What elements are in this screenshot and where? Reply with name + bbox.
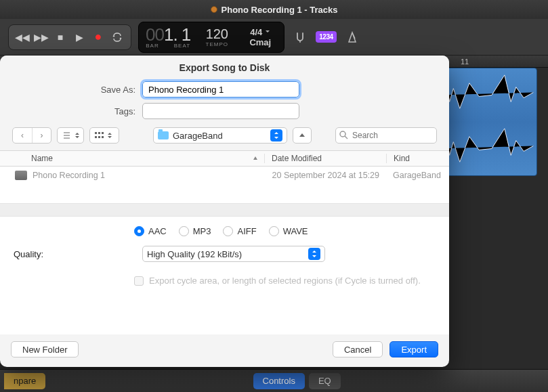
format-aiff[interactable]: AIFF bbox=[223, 226, 256, 236]
format-wave[interactable]: WAVE bbox=[269, 226, 308, 236]
fast-forward-button[interactable]: ▶▶ bbox=[33, 29, 49, 45]
quality-label: Quality: bbox=[14, 249, 54, 259]
file-kind: GarageBand bbox=[386, 171, 449, 180]
format-radio-group: AAC MP3 AIFF WAVE bbox=[134, 226, 436, 236]
search-icon bbox=[339, 131, 348, 139]
new-folder-button[interactable]: New Folder bbox=[11, 341, 79, 357]
location-label: GarageBand bbox=[173, 131, 266, 141]
bar-dim: 00 bbox=[146, 26, 164, 43]
format-aac[interactable]: AAC bbox=[134, 226, 167, 236]
column-date[interactable]: Date Modified bbox=[264, 154, 386, 163]
nav-back-button[interactable]: ‹ bbox=[13, 128, 32, 143]
editor-bottom-bar: npare Controls EQ bbox=[0, 369, 548, 392]
dialog-footer: New Folder Cancel Export bbox=[0, 334, 449, 367]
tags-label: Tags: bbox=[14, 106, 135, 116]
export-button[interactable]: Export bbox=[389, 341, 438, 357]
play-button[interactable]: ▶ bbox=[71, 29, 87, 45]
beat-label: BEAT bbox=[174, 43, 190, 49]
radio-icon bbox=[269, 226, 279, 236]
radio-icon bbox=[179, 226, 189, 236]
chevron-up-icon bbox=[299, 132, 305, 139]
nav-back-forward: ‹ › bbox=[12, 127, 51, 144]
chevron-updown-icon bbox=[75, 133, 79, 138]
project-icon bbox=[15, 171, 27, 180]
file-list: Phono Recording 1 20 September 2024 at 1… bbox=[0, 167, 449, 203]
window-titlebar: Phono Recording 1 - Tracks bbox=[0, 0, 548, 19]
folder-icon bbox=[158, 131, 169, 139]
grid-icon bbox=[94, 131, 104, 139]
waveform-icon bbox=[434, 68, 536, 175]
export-options: AAC MP3 AIFF WAVE Quality: High Quality … bbox=[0, 217, 449, 334]
export-cycle-option: Export cycle area, or length of selected… bbox=[134, 276, 436, 286]
save-as-label: Save As: bbox=[14, 85, 135, 95]
count-in-badge[interactable]: 1234 bbox=[316, 31, 336, 43]
tempo-value: 120 bbox=[206, 26, 228, 42]
export-dialog: Export Song to Disk Save As: Tags: ‹ › G… bbox=[0, 56, 449, 367]
metronome-icon[interactable] bbox=[343, 28, 361, 46]
location-dropdown[interactable]: GarageBand bbox=[153, 127, 287, 144]
dialog-title: Export Song to Disk bbox=[0, 56, 449, 79]
view-list-toggle[interactable] bbox=[57, 127, 84, 144]
svg-point-0 bbox=[340, 131, 345, 137]
cycle-icon bbox=[112, 32, 123, 43]
quality-dropdown[interactable]: High Quality (192 kBit/s) bbox=[142, 246, 325, 262]
transport-toolbar: ◀◀ ▶▶ ■ ▶ ● 001. 1 BAR BEAT 120 TEMPO 4/… bbox=[0, 19, 548, 56]
tags-input[interactable] bbox=[142, 103, 299, 119]
transport-controls: ◀◀ ▶▶ ■ ▶ ● bbox=[8, 24, 131, 50]
controls-tab[interactable]: Controls bbox=[253, 373, 305, 389]
search-field[interactable] bbox=[335, 127, 437, 144]
radio-selected-icon bbox=[134, 226, 144, 236]
eq-tab[interactable]: EQ bbox=[309, 373, 341, 389]
up-folder-button[interactable] bbox=[293, 127, 312, 144]
list-icon bbox=[62, 131, 71, 139]
compare-button[interactable]: npare bbox=[4, 373, 45, 389]
radio-icon bbox=[223, 226, 233, 236]
save-as-input[interactable] bbox=[142, 81, 299, 97]
bar-value: 1 bbox=[164, 26, 173, 43]
search-input[interactable] bbox=[335, 127, 437, 144]
file-row[interactable]: Phono Recording 1 20 September 2024 at 1… bbox=[0, 167, 449, 184]
rewind-button[interactable]: ◀◀ bbox=[14, 29, 30, 45]
sort-asc-icon bbox=[252, 155, 259, 162]
tuning-fork-icon[interactable] bbox=[291, 28, 309, 46]
window-title: Phono Recording 1 - Tracks bbox=[222, 5, 338, 15]
chevron-updown-icon bbox=[108, 133, 112, 138]
dropdown-caret-icon bbox=[308, 248, 320, 260]
cancel-button[interactable]: Cancel bbox=[333, 341, 383, 357]
column-kind[interactable]: Kind bbox=[386, 154, 449, 163]
file-name: Phono Recording 1 bbox=[33, 171, 105, 180]
stop-button[interactable]: ■ bbox=[52, 29, 68, 45]
checkbox-disabled-icon bbox=[134, 276, 144, 286]
lcd-display[interactable]: 001. 1 BAR BEAT 120 TEMPO 4/4 Cmaj bbox=[138, 22, 284, 53]
format-mp3[interactable]: MP3 bbox=[179, 226, 211, 236]
list-divider bbox=[0, 203, 449, 217]
cycle-text: Export cycle area, or length of selected… bbox=[149, 276, 421, 286]
column-name[interactable]: Name bbox=[0, 154, 264, 163]
cycle-button[interactable] bbox=[109, 29, 125, 45]
key-value: Cmaj bbox=[249, 37, 271, 47]
project-dot-icon bbox=[211, 6, 217, 13]
ruler-mark: 11 bbox=[461, 58, 469, 66]
tempo-label: TEMPO bbox=[206, 41, 228, 47]
file-date: 20 September 2024 at 15:29 bbox=[264, 171, 386, 180]
bar-label: BAR bbox=[146, 43, 159, 49]
nav-forward-button[interactable]: › bbox=[32, 128, 51, 143]
view-grid-toggle[interactable] bbox=[89, 127, 119, 144]
chevron-down-icon bbox=[265, 29, 270, 35]
dropdown-caret-icon bbox=[270, 129, 282, 141]
quality-value: High Quality (192 kBit/s) bbox=[147, 249, 304, 259]
timesig-value: 4/4 bbox=[250, 27, 262, 37]
record-button[interactable]: ● bbox=[90, 29, 106, 45]
file-list-header: Name Date Modified Kind bbox=[0, 150, 449, 167]
beat-value: 1 bbox=[182, 26, 190, 43]
